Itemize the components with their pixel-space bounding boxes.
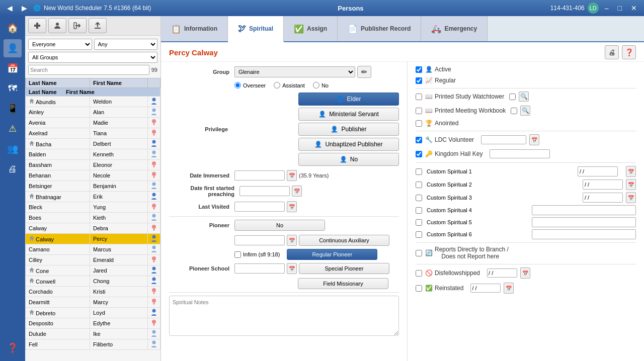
custom-1-picker[interactable]: 📅: [626, 166, 636, 177]
sidebar-home[interactable]: 🏠: [4, 19, 22, 37]
table-row[interactable]: Betsinger Benjamin: [26, 181, 160, 192]
table-row[interactable]: Bassham Eleonor: [26, 160, 160, 170]
reinstated-picker[interactable]: 📅: [504, 283, 514, 294]
pmw-search-btn[interactable]: 🔍: [520, 106, 530, 116]
custom-5-checkbox[interactable]: [416, 219, 422, 226]
privilege-unbaptized-btn[interactable]: 👤 Unbaptized Publisher: [298, 138, 399, 151]
table-row[interactable]: Cone Jared: [26, 265, 160, 276]
sidebar-group[interactable]: 👥: [4, 140, 22, 158]
move-person-btn[interactable]: [68, 18, 87, 33]
overseer-radio-label[interactable]: Overseer: [234, 82, 266, 88]
sidebar-print[interactable]: 🖨: [4, 160, 22, 178]
assistant-radio-label[interactable]: Assistant: [274, 82, 305, 88]
sidebar-help[interactable]: ❓: [4, 339, 22, 357]
khkey-checkbox[interactable]: [416, 151, 422, 157]
date-preaching-input[interactable]: 1988/08/26: [239, 186, 290, 196]
table-row[interactable]: Calway Debra: [26, 223, 160, 234]
ldc-date-picker[interactable]: 📅: [529, 134, 539, 145]
maximize-btn[interactable]: □: [615, 3, 625, 13]
table-row[interactable]: Camano Marcus: [26, 244, 160, 255]
ldc-checkbox[interactable]: [416, 137, 422, 143]
sidebar-calendar[interactable]: 📅: [4, 59, 22, 77]
table-row[interactable]: Fell Filiberto: [26, 339, 160, 350]
table-row[interactable]: Bhatnagar Erik: [26, 192, 160, 202]
custom-5-input[interactable]: [532, 217, 636, 227]
sidebar-persons[interactable]: 👤: [4, 39, 22, 57]
date-preaching-picker[interactable]: 📅: [292, 186, 302, 197]
psw-search-btn[interactable]: 🔍: [519, 92, 529, 102]
field-missionary-btn[interactable]: Field Missionary: [298, 278, 388, 289]
infirm-checkbox[interactable]: [234, 251, 241, 258]
reports-branch-checkbox[interactable]: [416, 250, 422, 256]
table-row[interactable]: Ainley Alan: [26, 107, 160, 118]
edit-person-btn[interactable]: [48, 18, 66, 33]
pioneer-school-date-input[interactable]: 2023/08/18: [234, 263, 285, 274]
minimize-btn[interactable]: –: [602, 3, 612, 13]
search-input[interactable]: [28, 65, 149, 75]
table-row[interactable]: Axelrad Tiana: [26, 128, 160, 139]
table-row[interactable]: Corchado Kristi: [26, 287, 160, 297]
overseer-radio[interactable]: [234, 82, 241, 88]
table-row[interactable]: Behanan Necole: [26, 170, 160, 181]
forward-btn[interactable]: ▶: [19, 3, 30, 13]
col-last-name[interactable]: Last Name: [26, 78, 90, 88]
table-row[interactable]: Calway Percy: [26, 234, 160, 244]
disfellowshipped-date[interactable]: [487, 268, 517, 278]
export-person-btn[interactable]: [89, 18, 107, 33]
active-checkbox[interactable]: [416, 66, 422, 73]
psw-sub-checkbox[interactable]: [509, 94, 516, 100]
tab-information[interactable]: 📋 Information: [161, 16, 228, 41]
continuous-auxiliary-btn[interactable]: Continuous Auxiliary: [299, 235, 389, 246]
pioneer-date-picker[interactable]: 📅: [287, 235, 297, 246]
pioneer-school-picker[interactable]: 📅: [287, 263, 297, 274]
privilege-elder-btn[interactable]: 👤 Elder: [298, 93, 399, 106]
table-row[interactable]: Dearmitt Marcy: [26, 297, 160, 308]
custom-4-checkbox[interactable]: [416, 207, 422, 214]
custom-3-picker[interactable]: 📅: [626, 192, 636, 203]
psw-checkbox[interactable]: [416, 94, 422, 100]
anointed-checkbox[interactable]: [416, 120, 422, 127]
tab-spiritual[interactable]: 🕊 Spiritual: [228, 16, 284, 42]
custom-4-input[interactable]: [532, 205, 636, 215]
table-row[interactable]: Bleck Yung: [26, 202, 160, 213]
khkey-input[interactable]: 143: [490, 149, 550, 158]
privilege-publisher-btn[interactable]: 👤 Publisher: [298, 123, 399, 136]
reinstated-checkbox[interactable]: [416, 285, 422, 292]
table-row[interactable]: Dulude Ike: [26, 329, 160, 339]
sidebar-alert[interactable]: ⚠: [4, 120, 22, 138]
group-edit-btn[interactable]: ✏: [357, 66, 371, 78]
no-overseer-radio[interactable]: [313, 82, 319, 88]
table-row[interactable]: Bacha Delbert: [26, 139, 160, 149]
assistant-radio[interactable]: [274, 82, 280, 88]
table-row[interactable]: Cilley Emerald: [26, 255, 160, 265]
tab-emergency[interactable]: 🚑 Emergency: [421, 16, 488, 41]
tab-assign[interactable]: ✅ Assign: [284, 16, 338, 41]
table-row[interactable]: Desposito Edythe: [26, 318, 160, 329]
no-overseer-radio-label[interactable]: No: [313, 82, 329, 88]
date-immersed-input[interactable]: 1988/08/26: [234, 170, 285, 180]
last-visited-picker[interactable]: 📅: [287, 201, 297, 212]
group-select[interactable]: Glenaire: [234, 66, 355, 77]
special-pioneer-btn[interactable]: Special Pioneer: [299, 263, 389, 274]
date-immersed-picker[interactable]: 📅: [287, 170, 297, 181]
last-visited-input[interactable]: 2024/07/16: [234, 202, 285, 212]
group-filter[interactable]: Everyone: [28, 39, 92, 50]
table-row[interactable]: Last Name First Name: [26, 88, 160, 97]
custom-1-checkbox[interactable]: [416, 168, 422, 175]
table-row[interactable]: Balden Kenneth: [26, 149, 160, 160]
table-row[interactable]: Conwell Chong: [26, 276, 160, 287]
custom-6-checkbox[interactable]: [416, 231, 422, 238]
regular-checkbox[interactable]: [416, 77, 422, 84]
sidebar-phone[interactable]: 📱: [4, 100, 22, 118]
disfellowshipped-picker[interactable]: 📅: [520, 267, 530, 279]
custom-2-picker[interactable]: 📅: [626, 179, 636, 190]
spiritual-notes-input[interactable]: [169, 296, 399, 336]
custom-3-date[interactable]: [583, 193, 623, 203]
add-person-btn[interactable]: [28, 18, 46, 33]
col-first-name[interactable]: First Name: [90, 78, 148, 88]
tab-publisher-record[interactable]: 📄 Publisher Record: [338, 16, 421, 41]
print-btn[interactable]: 🖨: [605, 45, 619, 59]
pmw-sub-checkbox[interactable]: [511, 108, 517, 114]
custom-2-date[interactable]: [583, 179, 623, 190]
table-row[interactable]: Avenia Madie: [26, 118, 160, 128]
